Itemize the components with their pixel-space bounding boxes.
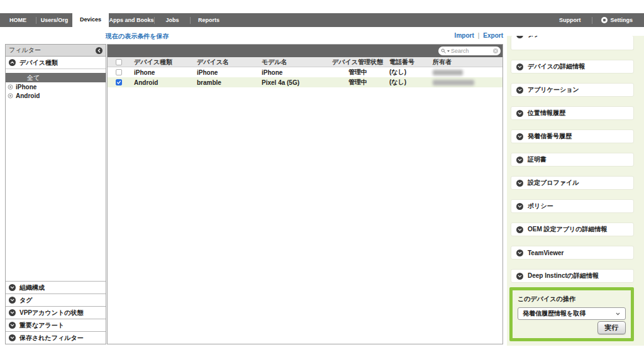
search-scope-caret-icon[interactable]	[447, 50, 450, 52]
filter-section-tags[interactable]: タグ	[6, 293, 106, 306]
execute-button[interactable]: 実行	[597, 321, 626, 334]
filter-section-alerts[interactable]: 重要なアラート	[6, 319, 106, 331]
nav-tab-devices[interactable]: Devices	[72, 13, 109, 28]
nav-tab-reports[interactable]: Reports	[191, 13, 227, 27]
cell-device-name: iPhone	[193, 69, 258, 76]
support-link[interactable]: Support	[548, 13, 592, 27]
cell-device-type: iPhone	[130, 69, 193, 76]
mdm-console-screen: HOME Users/Org Devices Apps and Books Jo…	[0, 0, 644, 362]
column-header-device-type[interactable]: デバイス種類	[130, 58, 193, 67]
panel-item-config-profiles[interactable]: 設定プロファイル	[511, 176, 634, 190]
chevron-down-circle-icon	[516, 133, 523, 140]
column-header-device-name[interactable]: デバイス名	[193, 58, 258, 67]
chevron-down-icon	[615, 311, 621, 317]
row-checkbox[interactable]	[116, 69, 122, 75]
panel-item-call-number-history[interactable]: 発着信番号履歴	[511, 129, 634, 143]
nav-tab-apps-and-books[interactable]: Apps and Books	[109, 13, 154, 27]
collapse-sidebar-icon[interactable]	[96, 47, 103, 54]
cell-model: iPhone	[258, 69, 328, 76]
panel-item-certificates[interactable]: 証明書	[511, 153, 634, 167]
operation-selected-value: 発着信履歴情報を取得	[523, 309, 586, 318]
chevron-down-circle-icon	[516, 156, 523, 163]
clear-search-icon[interactable]	[493, 48, 498, 53]
panel-item-clipped[interactable]: タグ	[511, 36, 634, 50]
filter-sidebar-header: フィルター	[6, 45, 106, 57]
filter-section-saved-filters[interactable]: 保存されたフィルター	[6, 331, 106, 344]
filter-section-label: デバイス種類	[19, 58, 58, 67]
filter-section-label: タグ	[19, 296, 32, 305]
link-separator: |	[478, 32, 480, 39]
radio-icon	[8, 84, 13, 90]
cell-status: 管理中	[328, 68, 386, 77]
panel-item-label: アプリケーション	[528, 85, 579, 94]
cell-owner-redacted	[429, 70, 502, 75]
cell-owner-redacted	[429, 80, 502, 85]
panel-item-label: 発着信番号履歴	[528, 132, 572, 141]
chevron-down-circle-icon	[516, 36, 523, 38]
spacer	[6, 100, 106, 281]
nav-right-group: Support Settings	[548, 13, 644, 27]
panel-item-applications[interactable]: アプリケーション	[511, 83, 634, 97]
chevron-down-circle-icon	[516, 226, 523, 233]
cell-phone: (なし)	[386, 68, 429, 77]
select-all-checkbox[interactable]	[116, 59, 122, 65]
filter-sidebar: フィルター デバイス種類 全て iPhone Android 組織構成 タグ V…	[5, 44, 106, 344]
export-link[interactable]: Export	[483, 32, 503, 39]
chevron-down-circle-icon	[516, 250, 523, 256]
chevron-down-circle-icon	[9, 297, 16, 304]
column-header-model[interactable]: モデル名	[258, 58, 328, 67]
chevron-down-circle-icon	[9, 309, 16, 316]
panel-item-label: タグ	[528, 36, 540, 39]
chevron-down-circle-icon	[9, 284, 16, 291]
filter-section-label: VPPアカウントの状態	[19, 309, 83, 317]
table-row[interactable]: iPhone iPhone iPhone 管理中 (なし)	[108, 67, 502, 77]
chevron-down-circle-icon	[516, 63, 523, 70]
chevron-down-circle-icon	[9, 334, 16, 341]
panel-item-label: 位置情報履歴	[528, 109, 565, 118]
device-operation-box: このデバイスの操作 発着信履歴情報を取得 実行	[509, 287, 634, 341]
radio-icon	[8, 93, 13, 99]
chevron-down-circle-icon	[516, 87, 523, 94]
filter-title: フィルター	[9, 46, 96, 55]
cell-phone: (なし)	[386, 78, 429, 87]
import-link[interactable]: Import	[455, 32, 474, 39]
settings-link[interactable]: Settings	[610, 13, 644, 27]
operation-select[interactable]: 発着信履歴情報を取得	[518, 307, 626, 320]
device-detail-panel: タグ デバイスの詳細情報 アプリケーション 位置情報履歴 発着信番号履歴 証明書…	[507, 36, 644, 346]
column-header-owner[interactable]: 所有者	[429, 58, 502, 67]
panel-item-label: TeamViewer	[528, 250, 564, 256]
filter-option-android[interactable]: Android	[6, 91, 106, 100]
operation-title: このデバイスの操作	[518, 295, 626, 304]
filter-section-label: 保存されたフィルター	[19, 334, 84, 343]
panel-item-deep-instinct[interactable]: Deep Instinctの詳細情報	[511, 269, 634, 283]
chevron-down-circle-icon	[9, 322, 16, 329]
panel-item-device-details[interactable]: デバイスの詳細情報	[511, 60, 634, 74]
filter-option-label: Android	[16, 92, 40, 99]
panel-item-location-history[interactable]: 位置情報履歴	[511, 106, 634, 120]
filter-option-iphone[interactable]: iPhone	[6, 82, 106, 91]
nav-tab-home[interactable]: HOME	[0, 13, 36, 27]
column-header-phone[interactable]: 電話番号	[386, 58, 429, 67]
column-header-status[interactable]: デバイス管理状態	[328, 58, 386, 67]
filter-section-device-type[interactable]: デバイス種類	[6, 57, 106, 69]
row-checkbox-checked[interactable]	[116, 79, 122, 85]
panel-item-teamviewer[interactable]: TeamViewer	[511, 246, 634, 260]
nav-tab-users-org[interactable]: Users/Org	[36, 13, 72, 27]
filter-section-label: 組織構成	[19, 283, 45, 292]
nav-tab-jobs[interactable]: Jobs	[155, 13, 190, 27]
panel-item-oem-config-app[interactable]: OEM 設定アプリの詳細情報	[511, 222, 634, 236]
redacted-owner-blur	[433, 80, 474, 85]
search-input[interactable]	[451, 48, 492, 54]
device-table: デバイス種類 デバイス名 モデル名 デバイス管理状態 電話番号 所有者 iPho…	[107, 44, 503, 344]
table-row-selected[interactable]: Android bramble Pixel 4a (5G) 管理中 (なし)	[108, 77, 502, 87]
panel-item-label: OEM 設定アプリの詳細情報	[528, 225, 608, 234]
table-toolbar	[108, 45, 502, 57]
top-nav: HOME Users/Org Devices Apps and Books Jo…	[0, 13, 644, 27]
search-box[interactable]	[438, 47, 501, 55]
filter-section-vpp[interactable]: VPPアカウントの状態	[6, 306, 106, 319]
panel-item-policy[interactable]: ポリシー	[511, 199, 634, 213]
filter-section-org[interactable]: 組織構成	[6, 281, 106, 293]
gear-icon	[601, 17, 608, 23]
filter-option-all[interactable]: 全て	[6, 73, 106, 82]
panel-item-label: 設定プロファイル	[528, 178, 579, 187]
